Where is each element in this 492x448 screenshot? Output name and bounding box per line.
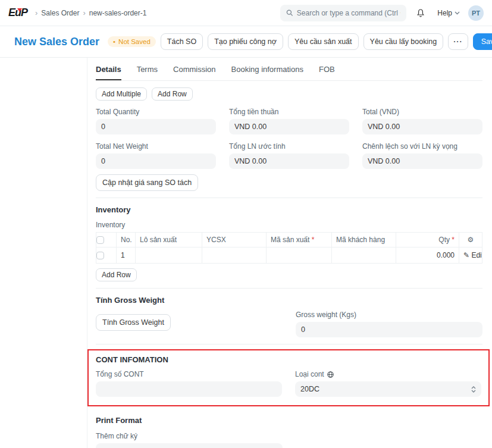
more-actions-button[interactable]: ···: [448, 33, 468, 50]
status-text: Not Saved: [118, 38, 151, 45]
search-icon: [286, 9, 293, 17]
gross-weight-label: Gross weight (Kgs): [296, 311, 482, 319]
total-net-weight-input[interactable]: [96, 153, 216, 169]
cap-nhat-gia-button[interactable]: Cập nhật giá sang SO tách: [96, 174, 198, 191]
them-chu-ky-input[interactable]: [96, 443, 283, 448]
tach-so-button[interactable]: Tách SO: [161, 33, 203, 50]
row-checkbox[interactable]: [96, 252, 104, 259]
required-asterisk: *: [452, 236, 455, 244]
left-sidebar: [0, 58, 87, 448]
tab-fob[interactable]: FOB: [319, 65, 335, 80]
global-search-input[interactable]: Search or type a command (Ctrl + G): [280, 5, 406, 21]
gross-weight-input[interactable]: [296, 322, 482, 337]
yeu-cau-san-xuat-button[interactable]: Yêu cầu sản xuất: [288, 33, 359, 50]
row-edit-button[interactable]: ✎ Edit: [459, 248, 482, 264]
field-tong-so-cont: Tổng số CONT: [96, 370, 282, 397]
tab-commission[interactable]: Commission: [173, 65, 216, 80]
status-dot-icon: •: [113, 38, 115, 45]
inventory-grid: No. Lô sản xuất YCSX Mã sản xuất * Mã kh…: [96, 232, 482, 264]
field-loai-cont: Loại cont 20DC: [295, 370, 481, 397]
help-menu[interactable]: Help: [437, 9, 460, 17]
tinh-gross-weight-button[interactable]: Tính Gross Weight: [96, 314, 171, 331]
col-ma-khach-hang: Mã khách hàng: [332, 233, 396, 248]
cell-ma-khach-hang[interactable]: [332, 248, 396, 264]
breadcrumb-sales-order[interactable]: Sales Order: [41, 9, 79, 17]
select-updown-icon: [471, 386, 476, 393]
cell-ycsx[interactable]: [202, 248, 267, 264]
cont-fields-row: Tổng số CONT Loại cont 20DC: [96, 370, 481, 397]
cell-row-number: 1: [117, 248, 136, 264]
grid-settings-button[interactable]: ⚙: [459, 233, 482, 248]
tong-tien-thuan-input[interactable]: [229, 119, 349, 134]
bell-icon: [416, 8, 425, 18]
inventory-add-row-button[interactable]: Add Row: [96, 268, 137, 281]
print-format-section-heading: Print Format: [96, 416, 482, 425]
field-total-net-weight: Total Net Weight: [96, 142, 216, 169]
breadcrumb-new-sales-order-1[interactable]: new-sales-order-1: [89, 9, 147, 17]
cell-ma-san-xuat[interactable]: [267, 248, 332, 264]
grid-header-row: No. Lô sản xuất YCSX Mã sản xuất * Mã kh…: [96, 233, 482, 248]
chevron-right-icon: ›: [35, 8, 37, 17]
yeu-cau-lay-booking-button[interactable]: Yêu cầu lấy booking: [363, 33, 444, 50]
page-title: New Sales Order: [14, 36, 99, 48]
cell-qty[interactable]: 0.000: [396, 248, 459, 264]
section-divider: [96, 288, 482, 289]
section-divider: [96, 344, 482, 344]
col-ycsx: YCSX: [202, 233, 267, 248]
cell-lo-san-xuat[interactable]: [136, 248, 202, 264]
search-placeholder-text: Search or type a command (Ctrl + G): [297, 9, 400, 17]
tong-ln-uoc-tinh-input[interactable]: [229, 153, 349, 169]
required-asterisk: *: [312, 236, 315, 244]
eup-logo-red-accent-icon: [17, 8, 22, 12]
form-tabs: Details Terms Commission Booking informa…: [96, 58, 482, 81]
loai-cont-label: Loại cont: [295, 370, 324, 378]
total-quantity-input[interactable]: [96, 119, 216, 134]
globe-icon: [327, 371, 334, 378]
section-divider: [96, 198, 482, 198]
tab-booking-informations[interactable]: Booking informations: [231, 65, 303, 80]
page-head: New Sales Order • Not Saved Tách SO Tạo …: [0, 26, 492, 58]
breadcrumb: › Sales Order › new-sales-order-1: [35, 8, 146, 17]
add-multiple-button[interactable]: Add Multiple: [96, 87, 147, 101]
tab-terms[interactable]: Terms: [137, 65, 158, 80]
grid-row-1: 1 0.000 ✎ Edit: [96, 248, 482, 264]
field-tong-ln-uoc-tinh: Tổng LN ước tính: [229, 142, 349, 169]
chevron-right-icon: ›: [83, 8, 85, 17]
tab-details[interactable]: Details: [96, 65, 121, 80]
select-all-checkbox[interactable]: [96, 236, 104, 244]
tong-so-cont-label: Tổng số CONT: [96, 370, 282, 378]
total-vnd-label: Total (VND): [362, 108, 482, 116]
tao-phieu-cong-no-button[interactable]: Tạo phiếu công nợ: [208, 33, 283, 50]
loai-cont-selected-value: 20DC: [300, 385, 319, 393]
save-button[interactable]: Save: [473, 33, 492, 50]
update-price-row: Cập nhật giá sang SO tách: [96, 174, 482, 191]
col-lo-san-xuat: Lô sản xuất: [136, 233, 202, 248]
field-chenh-lech-ln: Chênh lệch so với LN kỳ vọng: [362, 142, 482, 169]
loai-cont-label-row: Loại cont: [295, 370, 481, 378]
add-row-button[interactable]: Add Row: [152, 87, 193, 101]
select-all-cell: [96, 233, 117, 248]
col-qty: Qty *: [396, 233, 459, 248]
inventory-add-row-wrap: Add Row: [96, 268, 482, 281]
edit-pencil-icon: ✎: [463, 251, 469, 259]
eup-logo[interactable]: EuP: [8, 7, 29, 19]
inventory-field-label: Inventory: [96, 221, 482, 229]
page-actions: Tách SO Tạo phiếu công nợ Yêu cầu sản xu…: [161, 33, 492, 50]
help-label: Help: [437, 9, 452, 17]
gross-weight-section-heading: Tính Gross Weight: [96, 296, 482, 305]
cont-section-heading: CONT INFOMATION: [96, 355, 481, 364]
totals-fields: Total Quantity Tổng tiền thuần Total (VN…: [96, 108, 482, 169]
items-toolbar: Add Multiple Add Row: [96, 87, 482, 101]
col-ma-san-xuat: Mã sản xuất *: [267, 233, 332, 248]
field-total-vnd: Total (VND): [362, 108, 482, 134]
total-vnd-input[interactable]: [362, 119, 482, 134]
chenh-lech-ln-input[interactable]: [362, 153, 482, 169]
total-net-weight-label: Total Net Weight: [96, 142, 216, 151]
gear-icon: ⚙: [468, 236, 474, 244]
tong-so-cont-input[interactable]: [96, 381, 282, 397]
form-content: Details Terms Commission Booking informa…: [87, 58, 492, 448]
field-gross-weight: Gross weight (Kgs): [296, 311, 482, 337]
notifications-button[interactable]: [412, 5, 429, 21]
user-avatar[interactable]: PT: [468, 5, 484, 21]
loai-cont-select[interactable]: 20DC: [295, 381, 481, 397]
